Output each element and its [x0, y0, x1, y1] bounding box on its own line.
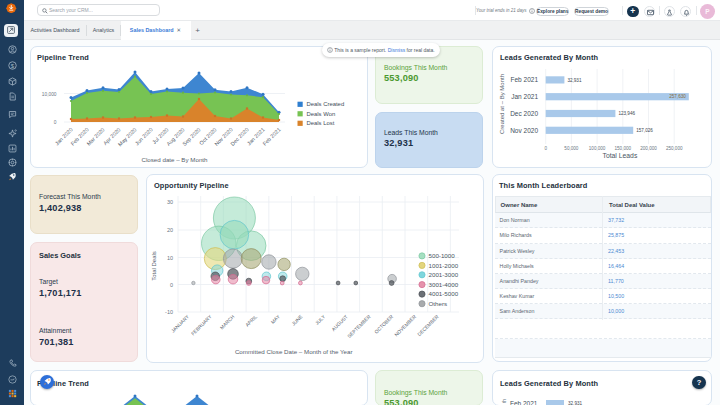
svg-text:Others: Others	[429, 300, 448, 307]
svg-text:123,946: 123,946	[618, 111, 635, 116]
svg-text:Dec 2020: Dec 2020	[510, 110, 538, 117]
svg-text:0: 0	[544, 146, 547, 151]
svg-text:Deals Won: Deals Won	[307, 111, 336, 117]
svg-text:50,000: 50,000	[564, 146, 578, 151]
svg-text:20: 20	[167, 227, 173, 233]
svg-text:JANUARY: JANUARY	[170, 314, 190, 334]
svg-text:0: 0	[170, 282, 173, 288]
svg-text:200,000: 200,000	[640, 146, 657, 151]
svg-text:257,630: 257,630	[669, 94, 686, 99]
svg-text:APRIL: APRIL	[245, 314, 259, 328]
svg-text:Closed date – By Month: Closed date – By Month	[141, 156, 208, 163]
svg-text:Committed Close Date – Month o: Committed Close Date – Month of the Year	[235, 348, 353, 355]
svg-text:Jan 2021: Jan 2021	[511, 93, 538, 100]
svg-text:500-1000: 500-1000	[429, 252, 456, 259]
svg-text:JUNE: JUNE	[291, 314, 304, 327]
svg-text:2001-3000: 2001-3000	[429, 271, 459, 278]
svg-text:MARCH: MARCH	[219, 314, 236, 331]
svg-text:Created at – By Month: Created at – By Month	[499, 74, 505, 134]
svg-text:$: $	[10, 63, 14, 69]
svg-text:MAY: MAY	[270, 314, 281, 325]
svg-text:10,000: 10,000	[42, 92, 57, 97]
svg-text:DECEMBER: DECEMBER	[417, 314, 440, 337]
svg-text:NOVEMBER: NOVEMBER	[394, 314, 418, 338]
svg-text:10: 10	[167, 255, 173, 261]
svg-text:Nov 2020: Nov 2020	[510, 127, 538, 134]
svg-text:0: 0	[54, 120, 57, 125]
svg-text:Deals Lost: Deals Lost	[307, 120, 335, 126]
svg-text:Deals Created: Deals Created	[307, 101, 345, 107]
svg-text:250,000: 250,000	[666, 146, 683, 151]
svg-text:3001-4000: 3001-4000	[429, 281, 459, 288]
svg-text:157,026: 157,026	[636, 128, 653, 133]
svg-text:30: 30	[167, 199, 173, 205]
svg-text:FEBRUARY: FEBRUARY	[190, 314, 213, 337]
svg-text:Total Leads: Total Leads	[603, 152, 638, 159]
svg-text:AUGUST: AUGUST	[331, 314, 349, 332]
svg-text:OCTOBER: OCTOBER	[374, 314, 395, 335]
svg-text:Jun 2020: Jun 2020	[134, 126, 154, 146]
svg-text:100,000: 100,000	[589, 146, 606, 151]
svg-text:JULY: JULY	[314, 314, 326, 326]
svg-text:Total Deals: Total Deals	[151, 251, 157, 281]
svg-text:1001-2000: 1001-2000	[429, 262, 459, 269]
svg-text:-10: -10	[165, 309, 173, 315]
svg-text:SEPTEMBER: SEPTEMBER	[347, 314, 372, 339]
svg-text:Feb 2021: Feb 2021	[511, 76, 539, 83]
svg-text:4001-5000: 4001-5000	[429, 290, 459, 297]
svg-text:32,931: 32,931	[567, 78, 581, 83]
svg-text:150,000: 150,000	[614, 146, 631, 151]
